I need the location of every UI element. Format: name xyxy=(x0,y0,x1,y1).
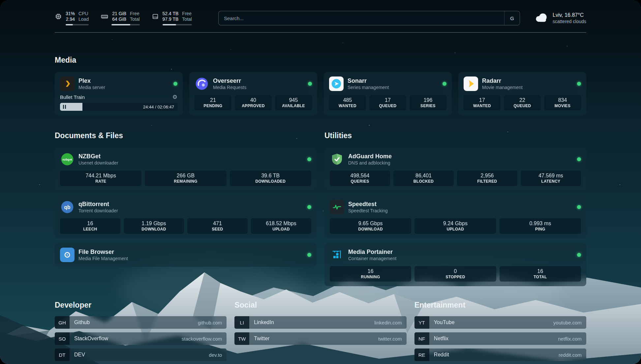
media-cards-row: Plex Media server Bullet Train ⚙ 24:44 /… xyxy=(55,72,586,115)
service-card-plex: Plex Media server Bullet Train ⚙ 24:44 /… xyxy=(55,72,183,115)
bookmark-dev[interactable]: DT DEV dev.to xyxy=(55,349,227,361)
service-subtitle: Media Requests xyxy=(213,84,246,90)
bookmark-twitter[interactable]: TW Twitter twitter.com xyxy=(234,332,406,345)
service-subtitle: Series management xyxy=(348,84,389,90)
pause-icon[interactable] xyxy=(63,105,66,109)
radarr-icon xyxy=(464,76,478,91)
header-divider xyxy=(55,32,586,33)
filebrowser-icon xyxy=(60,248,75,262)
radarr-link[interactable]: Radarr Movie management xyxy=(464,76,581,91)
nzbget-stats: 744.21 MbpsRATE 266 GBREMAINING 39.6 TBD… xyxy=(60,170,311,186)
bookmark-netflix[interactable]: NF Netflix netflix.com xyxy=(414,332,586,345)
stat-queued: 22QUEUED xyxy=(504,95,541,110)
status-dot xyxy=(307,205,311,209)
cpu-usage-bar xyxy=(66,24,89,25)
bookmark-name: Github xyxy=(74,319,90,325)
section-documents: Documents & Files nzbget NZBGet Usenet d… xyxy=(55,131,317,267)
bookmark-name: Reddit xyxy=(434,352,449,358)
stat-approved: 40APPROVED xyxy=(235,95,272,110)
service-subtitle: Media File Management xyxy=(78,256,128,261)
service-card-speedtest: Speedtest Speedtest Tracking 9.65 GbpsDO… xyxy=(324,195,586,238)
bookmark-group-entertainment: Entertainment YT YouTube youtube.com NF … xyxy=(414,301,586,361)
developer-group-title: Developer xyxy=(55,301,227,310)
speedtest-link[interactable]: Speedtest Speedtest Tracking xyxy=(330,200,581,214)
playback-progress-bar: 24:44 / 02:06:47 xyxy=(60,103,177,111)
adguard-shield-icon xyxy=(330,152,344,167)
portainer-link[interactable]: Media Portainer Container management xyxy=(330,248,581,262)
overseerr-stats: 21PENDING 40APPROVED 945AVAILABLE xyxy=(195,95,312,110)
bookmark-name: LinkedIn xyxy=(254,319,274,325)
service-name: Overseerr xyxy=(213,77,246,84)
memory-icon xyxy=(101,13,108,20)
bookmark-github[interactable]: GH Github github.com xyxy=(55,316,227,329)
bookmark-group-social: Social LI LinkedIn linkedin.com TW Twitt… xyxy=(234,301,406,361)
sonarr-link[interactable]: Sonarr Series management xyxy=(329,76,446,91)
service-name: qBittorrent xyxy=(78,200,118,208)
memory-label-top: Free xyxy=(130,11,140,16)
now-playing-row: Bullet Train ⚙ xyxy=(60,94,177,100)
status-dot xyxy=(443,82,446,86)
service-subtitle: Speedtest Tracking xyxy=(348,208,388,214)
service-card-portainer: Media Portainer Container management 16R… xyxy=(324,243,586,286)
memory-free: 21 GiB xyxy=(112,11,126,16)
bookmark-stackoverflow[interactable]: SO StackOverflow stackoverflow.com xyxy=(55,332,227,345)
bookmark-abbr: SO xyxy=(55,332,70,345)
speedtest-icon xyxy=(330,200,344,214)
search-bar: G xyxy=(218,11,520,25)
search-provider-button[interactable]: G xyxy=(504,11,520,25)
disk-usage-bar xyxy=(163,24,192,25)
stat-downloaded: 39.6 TBDOWNLOADED xyxy=(230,170,311,186)
bookmark-abbr: DT xyxy=(55,349,70,361)
bookmark-youtube[interactable]: YT YouTube youtube.com xyxy=(414,316,586,329)
stat-seed: 471SEED xyxy=(187,218,248,234)
bookmark-abbr: LI xyxy=(234,316,249,329)
adguard-link[interactable]: AdGuard Home DNS and adblocking xyxy=(330,152,581,167)
qbittorrent-stats: 16LEECH 1.19 GbpsDOWNLOAD 471SEED 618.52… xyxy=(60,218,311,234)
cpu-widget: 31% 2.94 CPU Load xyxy=(55,11,89,25)
radarr-stats: 17WANTED 22QUEUED 834MOVIES xyxy=(464,95,581,110)
bookmark-name: StackOverflow xyxy=(74,336,108,342)
status-dot xyxy=(577,205,581,209)
search-input[interactable] xyxy=(219,15,504,21)
overseerr-link[interactable]: Overseerr Media Requests xyxy=(195,76,312,91)
filebrowser-link[interactable]: File Browser Media File Management xyxy=(60,248,311,262)
service-subtitle: Usenet downloader xyxy=(78,160,118,166)
stat-download: 1.19 GbpsDOWNLOAD xyxy=(124,218,184,234)
top-bar: 31% 2.94 CPU Load 21 GiB xyxy=(55,9,586,27)
status-dot xyxy=(307,157,311,161)
stat-stopped: 0STOPPED xyxy=(414,266,496,282)
memory-label-bottom: Total xyxy=(130,16,140,22)
service-name: AdGuard Home xyxy=(348,153,392,160)
qbittorrent-link[interactable]: qb qBittorrent Torrent downloader xyxy=(60,200,311,214)
documents-section-title: Documents & Files xyxy=(55,131,317,140)
service-subtitle: DNS and adblocking xyxy=(348,160,392,166)
status-dot xyxy=(577,157,581,161)
stat-filtered: 2,956FILTERED xyxy=(457,170,517,186)
service-name: NZBGet xyxy=(78,153,118,160)
plex-link[interactable]: Plex Media server xyxy=(60,76,177,91)
settings-gear-icon[interactable]: ⚙ xyxy=(172,94,177,100)
memory-total: 64 GiB xyxy=(112,16,126,22)
bookmark-reddit[interactable]: RE Reddit reddit.com xyxy=(414,349,586,361)
bookmark-abbr: YT xyxy=(414,316,429,329)
memory-usage-bar xyxy=(111,24,139,25)
stat-leech: 16LEECH xyxy=(60,218,120,234)
bookmark-name: Twitter xyxy=(254,336,269,342)
section-media: Media Plex Media server xyxy=(55,56,586,115)
service-card-nzbget: nzbget NZBGet Usenet downloader 744.21 M… xyxy=(55,147,317,191)
portainer-icon xyxy=(330,248,344,262)
memory-widget: 21 GiB 64 GiB Free Total xyxy=(101,11,139,25)
nzbget-link[interactable]: nzbget NZBGet Usenet downloader xyxy=(60,152,311,167)
social-group-title: Social xyxy=(234,301,406,310)
stat-upload: 618.52 MbpsUPLOAD xyxy=(251,218,311,234)
status-dot xyxy=(308,82,312,86)
portainer-stats: 16RUNNING 0STOPPED 16TOTAL xyxy=(330,266,581,282)
overseerr-icon xyxy=(195,76,209,91)
stat-pending: 21PENDING xyxy=(195,95,231,110)
bookmark-url: linkedin.com xyxy=(374,320,402,325)
service-card-qbittorrent: qb qBittorrent Torrent downloader 16LEEC… xyxy=(55,195,317,238)
stat-latency: 47.569 msLATENCY xyxy=(521,170,581,186)
service-subtitle: Media server xyxy=(78,84,105,90)
nzbget-icon: nzbget xyxy=(60,152,75,167)
bookmark-linkedin[interactable]: LI LinkedIn linkedin.com xyxy=(234,316,406,329)
